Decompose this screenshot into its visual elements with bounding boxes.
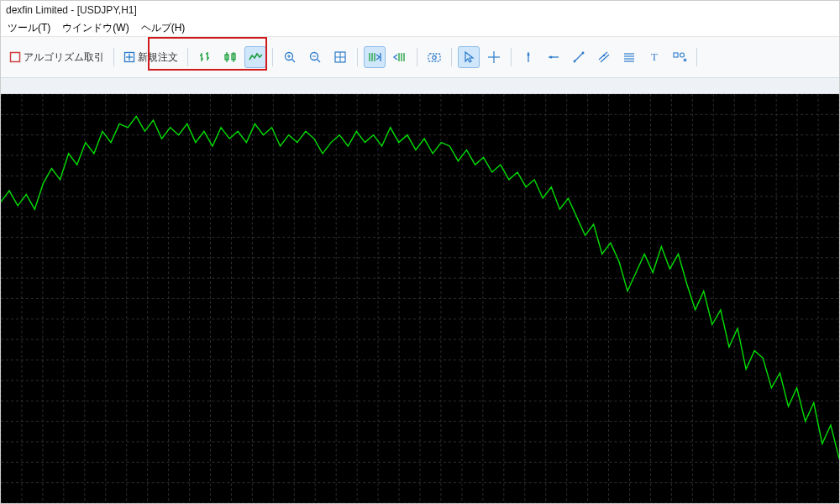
window-title: dexfin Limited - [USDJPY,H1] xyxy=(6,4,137,16)
svg-point-41 xyxy=(574,60,576,63)
toolbar: アルゴリズム取引 新規注文 xyxy=(1,37,839,78)
zoom-in-button[interactable] xyxy=(279,46,301,68)
app-window: dexfin Limited - [USDJPY,H1] ツール(T) ウインド… xyxy=(0,0,840,504)
candlestick-chart-button[interactable] xyxy=(219,46,241,68)
svg-rect-0 xyxy=(11,53,20,62)
toolbar-separator xyxy=(511,48,512,66)
cursor-button[interactable] xyxy=(458,46,480,68)
new-order-button[interactable]: 新規注文 xyxy=(120,46,181,68)
chart-panel[interactable] xyxy=(1,94,839,503)
trendline-icon xyxy=(572,50,585,64)
toolbar-separator xyxy=(272,48,273,66)
svg-line-40 xyxy=(575,53,583,61)
crosshair-icon xyxy=(487,50,501,64)
algo-trading-label: アルゴリズム取引 xyxy=(24,50,104,65)
svg-point-52 xyxy=(680,53,685,57)
cursor-icon xyxy=(462,50,475,64)
horizontal-line-button[interactable] xyxy=(543,46,564,68)
zoom-out-icon xyxy=(308,50,322,64)
toolbar-separator xyxy=(417,48,417,66)
menu-bar: ツール(T) ウインドウ(W) ヘルプ(H) xyxy=(1,19,839,37)
toolbar-separator xyxy=(113,48,114,66)
toolbar-separator xyxy=(451,48,452,66)
hline-icon xyxy=(547,50,560,64)
title-bar: dexfin Limited - [USDJPY,H1] xyxy=(1,1,839,19)
menu-tools[interactable]: ツール(T) xyxy=(3,19,55,36)
fibonacci-button[interactable] xyxy=(618,46,640,68)
objects-menu-button[interactable] xyxy=(669,46,690,68)
vline-icon xyxy=(522,50,535,64)
grid-icon xyxy=(333,50,347,64)
algo-trading-toggle[interactable]: アルゴリズム取引 xyxy=(6,46,108,68)
camera-icon xyxy=(427,50,442,64)
tile-windows-button[interactable] xyxy=(329,46,351,68)
vertical-line-button[interactable] xyxy=(517,46,539,68)
line-chart-icon xyxy=(248,50,263,64)
line-chart-button[interactable] xyxy=(244,46,266,68)
svg-point-45 xyxy=(603,55,606,57)
svg-point-32 xyxy=(433,55,436,59)
svg-rect-31 xyxy=(428,54,440,61)
shapes-icon xyxy=(672,50,687,64)
bar-chart-button[interactable] xyxy=(194,46,216,68)
trendline-button[interactable] xyxy=(568,46,590,68)
price-chart xyxy=(1,94,839,503)
toolbar-separator xyxy=(187,48,188,66)
toolbar-container: アルゴリズム取引 新規注文 xyxy=(1,37,839,78)
square-stop-icon xyxy=(9,51,21,63)
scroll-end-icon xyxy=(367,50,382,64)
channel-icon xyxy=(597,50,611,64)
menu-help[interactable]: ヘルプ(H) xyxy=(136,19,191,36)
candlestick-icon xyxy=(223,50,238,64)
svg-line-19 xyxy=(318,60,321,63)
shift-chart-icon xyxy=(392,50,407,64)
text-icon: T xyxy=(648,50,661,64)
zoom-out-button[interactable] xyxy=(304,46,326,68)
svg-point-37 xyxy=(528,54,530,56)
channel-button[interactable] xyxy=(593,46,615,68)
bar-chart-icon xyxy=(197,50,213,64)
crosshair-button[interactable] xyxy=(483,46,505,68)
toolbar-separator xyxy=(357,48,358,66)
tab-strip xyxy=(1,78,839,94)
fibonacci-icon xyxy=(622,50,636,64)
svg-line-15 xyxy=(292,60,296,63)
svg-marker-33 xyxy=(465,52,473,62)
svg-rect-51 xyxy=(674,53,678,57)
svg-point-42 xyxy=(582,52,585,55)
svg-point-39 xyxy=(550,56,553,59)
zoom-in-icon xyxy=(283,50,297,64)
text-label-button[interactable]: T xyxy=(643,46,665,68)
scroll-end-button[interactable] xyxy=(364,46,386,68)
menu-window[interactable]: ウインドウ(W) xyxy=(57,19,134,36)
shift-chart-button[interactable] xyxy=(389,46,411,68)
toolbar-separator xyxy=(696,48,697,66)
svg-text:T: T xyxy=(651,51,658,63)
screenshot-button[interactable] xyxy=(423,46,445,68)
new-order-label: 新規注文 xyxy=(138,50,178,65)
new-order-icon xyxy=(123,51,135,63)
